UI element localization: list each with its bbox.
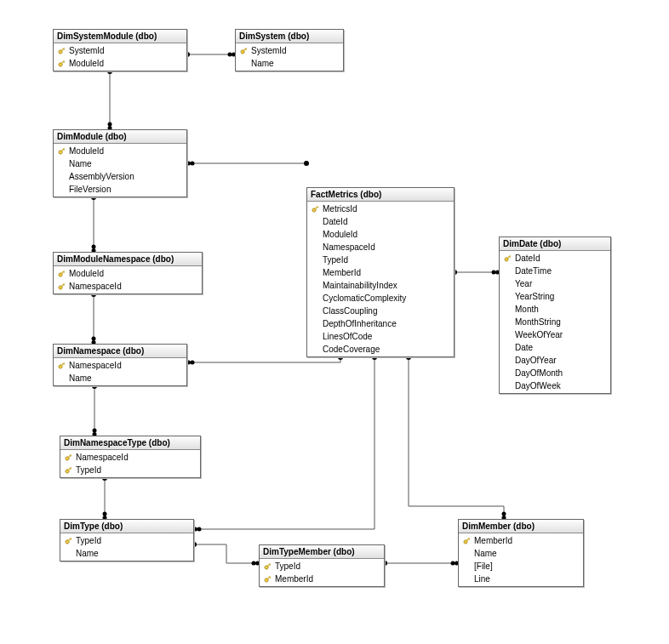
- table-column-row[interactable]: SystemId: [236, 44, 343, 57]
- table-dimSystem[interactable]: DimSystem (dbo)SystemIdName: [235, 29, 344, 71]
- table-column-row[interactable]: MonthString: [500, 316, 610, 328]
- table-column-row[interactable]: ModuleId: [54, 57, 186, 70]
- column-name: Name: [74, 548, 99, 559]
- table-header[interactable]: DimType (dbo): [60, 520, 193, 533]
- table-dimType[interactable]: DimType (dbo)TypeIdName: [60, 519, 194, 561]
- table-factMetrics[interactable]: FactMetrics (dbo)MetricsIdDateIdModuleId…: [306, 187, 455, 357]
- table-dimMember[interactable]: DimMember (dbo)MemberIdName[File]Line: [458, 519, 584, 587]
- table-column-row[interactable]: MemberId: [459, 534, 583, 547]
- table-column-row[interactable]: MemberId: [307, 266, 454, 279]
- table-column-row[interactable]: CyclomaticComplexity: [307, 292, 454, 305]
- key-icon: [309, 204, 321, 214]
- column-name: Line: [472, 573, 490, 584]
- table-column-row[interactable]: YearString: [500, 290, 610, 303]
- relationship-connector: [382, 561, 459, 566]
- table-column-row[interactable]: CodeCoverage: [307, 343, 454, 356]
- table-column-row[interactable]: NamespaceId: [60, 451, 200, 464]
- table-column-row[interactable]: Line: [459, 573, 583, 585]
- table-header[interactable]: DimMember (dbo): [459, 520, 583, 533]
- table-column-row[interactable]: TypeId: [307, 254, 454, 266]
- table-column-row[interactable]: NamespaceId: [54, 359, 186, 372]
- column-name: MonthString: [513, 316, 561, 328]
- key-icon: [55, 282, 67, 292]
- table-column-row[interactable]: SystemId: [54, 44, 186, 57]
- column-name: TypeId: [74, 535, 101, 546]
- table-column-row[interactable]: DepthOfInheritance: [307, 317, 454, 330]
- key-icon-empty: [309, 217, 321, 227]
- table-column-row[interactable]: TypeId: [60, 534, 193, 547]
- table-dimModule[interactable]: DimModule (dbo)ModuleIdNameAssemblyVersi…: [53, 129, 187, 197]
- table-dimDate[interactable]: DimDate (dbo)DateIdDateTimeYearYearStrin…: [499, 237, 611, 394]
- key-icon-empty: [460, 574, 472, 584]
- table-body: MetricsIdDateIdModuleIdNamespaceIdTypeId…: [307, 202, 454, 356]
- table-column-row[interactable]: DateId: [307, 215, 454, 228]
- svg-point-56: [502, 512, 506, 516]
- svg-point-27: [191, 361, 195, 365]
- table-column-row[interactable]: TypeId: [260, 560, 384, 573]
- key-icon-empty: [55, 373, 67, 384]
- table-body: ModuleIdNamespaceId: [54, 266, 202, 294]
- table-column-row[interactable]: AssemblyVersion: [54, 170, 186, 183]
- svg-point-10: [92, 245, 96, 249]
- table-column-row[interactable]: TypeId: [60, 464, 200, 476]
- table-dimNamespaceType[interactable]: DimNamespaceType (dbo)NamespaceIdTypeId: [60, 436, 201, 478]
- table-column-row[interactable]: Name: [60, 547, 193, 560]
- table-column-row[interactable]: MemberId: [260, 573, 384, 585]
- column-name: DayOfMonth: [513, 368, 563, 379]
- table-column-row[interactable]: MetricsId: [307, 202, 454, 215]
- table-column-row[interactable]: DayOfMonth: [500, 367, 610, 379]
- table-body: NamespaceIdTypeId: [60, 450, 200, 477]
- column-name: Name: [249, 58, 274, 69]
- table-column-row[interactable]: DayOfYear: [500, 354, 610, 367]
- table-header[interactable]: DimNamespace (dbo): [54, 345, 186, 358]
- table-column-row[interactable]: DateTime: [500, 265, 610, 277]
- key-icon: [237, 46, 249, 56]
- svg-point-31: [93, 429, 97, 433]
- table-column-row[interactable]: DayOfWeek: [500, 379, 610, 392]
- table-dimTypeMember[interactable]: DimTypeMember (dbo)TypeIdMemberId: [259, 544, 385, 587]
- table-column-row[interactable]: ClassCoupling: [307, 305, 454, 317]
- table-header[interactable]: DimSystem (dbo): [236, 30, 343, 43]
- table-body: ModuleIdNameAssemblyVersionFileVersion: [54, 144, 186, 197]
- table-header[interactable]: DimSystemModule (dbo): [54, 30, 186, 43]
- table-column-row[interactable]: Name: [459, 547, 583, 560]
- table-column-row[interactable]: DateId: [500, 252, 610, 265]
- column-name: Month: [513, 304, 539, 315]
- table-column-row[interactable]: MaintainabilityIndex: [307, 279, 454, 292]
- table-header[interactable]: DimModule (dbo): [54, 130, 186, 144]
- table-column-row[interactable]: Month: [500, 303, 610, 316]
- table-body: DateIdDateTimeYearYearStringMonthMonthSt…: [500, 251, 610, 393]
- table-column-row[interactable]: Year: [500, 277, 610, 290]
- table-column-row[interactable]: FileVersion: [54, 183, 186, 196]
- column-name: DateId: [321, 216, 347, 227]
- key-icon-empty: [460, 561, 472, 572]
- table-column-row[interactable]: ModuleId: [54, 145, 186, 157]
- table-column-row[interactable]: Date: [500, 341, 610, 354]
- table-header[interactable]: FactMetrics (dbo): [307, 188, 454, 202]
- table-column-row[interactable]: [File]: [459, 560, 583, 573]
- table-column-row[interactable]: NamespaceId: [54, 280, 202, 293]
- table-header[interactable]: DimTypeMember (dbo): [260, 545, 384, 559]
- key-icon-empty: [501, 279, 513, 289]
- table-column-row[interactable]: ModuleId: [54, 267, 202, 280]
- table-header[interactable]: DimNamespaceType (dbo): [60, 436, 200, 450]
- column-name: DateId: [513, 253, 540, 264]
- column-name: DepthOfInheritance: [321, 318, 397, 329]
- table-body: SystemIdModuleId: [54, 43, 186, 71]
- table-column-row[interactable]: Name: [54, 157, 186, 170]
- relationship-connector: [452, 270, 500, 275]
- table-column-row[interactable]: WeekOfYear: [500, 328, 610, 341]
- table-column-row[interactable]: Name: [236, 57, 343, 70]
- table-header[interactable]: DimModuleNamespace (dbo): [54, 253, 202, 266]
- table-column-row[interactable]: Name: [54, 372, 186, 385]
- table-column-row[interactable]: NamespaceId: [307, 241, 454, 254]
- table-header[interactable]: DimDate (dbo): [500, 237, 610, 251]
- table-column-row[interactable]: ModuleId: [307, 228, 454, 241]
- table-dimModuleNamespace[interactable]: DimModuleNamespace (dbo)ModuleIdNamespac…: [53, 252, 203, 294]
- table-dimSystemModule[interactable]: DimSystemModule (dbo)SystemIdModuleId: [53, 29, 187, 71]
- table-dimNamespace[interactable]: DimNamespace (dbo)NamespaceIdName: [53, 344, 187, 386]
- column-name: LinesOfCode: [321, 331, 372, 342]
- table-column-row[interactable]: LinesOfCode: [307, 330, 454, 343]
- column-name: YearString: [513, 291, 554, 302]
- key-icon: [55, 59, 67, 69]
